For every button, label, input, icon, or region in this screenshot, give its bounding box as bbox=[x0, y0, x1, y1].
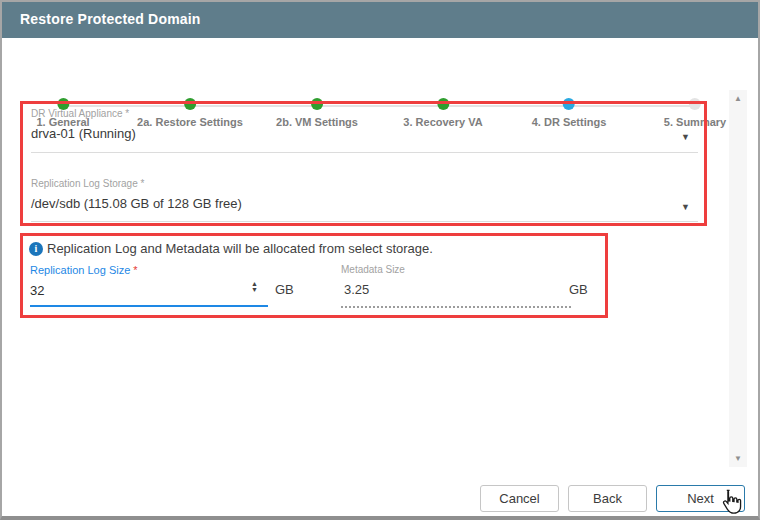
dr-virtual-appliance-label: DR Virtual Appliance * bbox=[31, 108, 698, 119]
restore-protected-domain-dialog: Restore Protected Domain 1. General 2a. … bbox=[0, 0, 760, 520]
replication-log-storage-select[interactable]: Replication Log Storage * /dev/sdb (115.… bbox=[31, 178, 698, 211]
wizard-stepper: 1. General 2a. Restore Settings 2b. VM S… bbox=[0, 48, 760, 90]
dr-virtual-appliance-value: drva-01 (Running) bbox=[31, 126, 698, 141]
info-message: Replication Log and Metadata will be all… bbox=[47, 241, 433, 256]
dialog-titlebar: Restore Protected Domain bbox=[0, 0, 760, 38]
replication-log-storage-label: Replication Log Storage * bbox=[31, 178, 698, 189]
info-icon: i bbox=[29, 242, 43, 256]
replication-log-size-input[interactable] bbox=[30, 280, 245, 300]
scroll-down-icon[interactable]: ▼ bbox=[729, 454, 747, 463]
number-stepper-icon[interactable]: ▲ ▼ bbox=[251, 281, 258, 293]
field-underline bbox=[31, 152, 698, 153]
metadata-size-value: 3.25 bbox=[344, 282, 369, 297]
replication-log-storage-value: /dev/sdb (115.08 GB of 128 GB free) bbox=[31, 196, 698, 211]
annotation-box-sizes: i Replication Log and Metadata will be a… bbox=[20, 233, 608, 318]
replication-log-size-label: Replication Log Size * bbox=[30, 264, 138, 276]
cancel-button[interactable]: Cancel bbox=[480, 485, 559, 512]
next-button[interactable]: Next bbox=[656, 485, 745, 512]
annotation-box-selects: DR Virtual Appliance * drva-01 (Running)… bbox=[20, 101, 707, 226]
back-button[interactable]: Back bbox=[568, 485, 647, 512]
replication-log-size-unit: GB bbox=[275, 282, 294, 297]
required-asterisk: * bbox=[133, 264, 137, 276]
chevron-down-icon[interactable]: ▼ bbox=[681, 132, 690, 142]
chevron-down-icon[interactable]: ▼ bbox=[681, 202, 690, 212]
scroll-up-icon[interactable]: ▲ bbox=[729, 94, 747, 103]
field-underline bbox=[31, 221, 698, 222]
vertical-scrollbar[interactable]: ▲ ▼ bbox=[729, 90, 747, 467]
dialog-title: Restore Protected Domain bbox=[20, 11, 201, 27]
spinner-down-icon[interactable]: ▼ bbox=[251, 287, 258, 293]
metadata-size-unit: GB bbox=[569, 282, 588, 297]
dr-virtual-appliance-select[interactable]: DR Virtual Appliance * drva-01 (Running) bbox=[31, 108, 698, 141]
metadata-size-label: Metadata Size bbox=[341, 264, 405, 275]
disabled-field-underline bbox=[341, 306, 571, 308]
focused-input-underline bbox=[30, 305, 268, 307]
info-row: i Replication Log and Metadata will be a… bbox=[29, 241, 433, 256]
